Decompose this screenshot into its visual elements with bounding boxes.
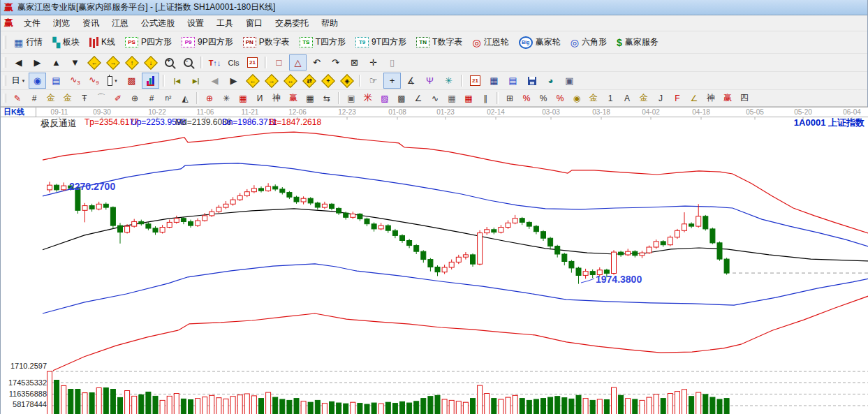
circle-line-button[interactable]: ⊕ [127,91,142,105]
fib-tool-button[interactable]: Ψ [421,73,439,89]
span-arrows-button[interactable]: ⇆ [319,91,334,105]
menu-settings[interactable]: 设置 [181,15,210,31]
tool-sectors[interactable]: ▚板块 [47,34,84,50]
j-angle-button[interactable]: J [653,91,668,105]
crosshair-button[interactable]: + [383,73,401,89]
tool-quotes[interactable]: ▦行情 [9,34,47,50]
tool-9t-square[interactable]: T99T四方形 [351,34,411,50]
parallel-button[interactable]: ∥ [478,91,493,105]
flower-tool-button[interactable]: ✳ [440,73,457,89]
n-square-button[interactable]: n² [161,91,176,105]
gann-hash-1-button[interactable]: # [27,91,42,105]
volume-hist-button[interactable] [142,73,159,89]
menu-window[interactable]: 窗口 [240,15,269,31]
box-dark-button[interactable]: ▩ [394,91,409,105]
gann-hash-2-button[interactable]: # [144,91,159,105]
wave-9-button[interactable]: ∿9 [85,73,103,89]
pct-red-1-button[interactable]: % [519,91,534,105]
web-tool-button[interactable]: ◕ [542,73,559,89]
delete-tool-button[interactable]: ▯ [383,54,401,71]
diamond-swap-button[interactable]: ⇄ [300,73,318,89]
gann-ball-button[interactable]: ◉ [29,73,46,89]
angle-gold-button[interactable]: ∠ [686,91,702,105]
tool-gann-wheel[interactable]: ◎江恩轮 [467,34,513,50]
last-bar-button[interactable]: ▶| [187,73,205,89]
fan-red-button[interactable]: 米 [360,91,376,105]
a-angle-button[interactable]: A [619,91,635,105]
diamond-lr-button[interactable]: ↔ [281,73,299,89]
zigzag-button[interactable]: ∿ [427,91,443,105]
calendar-button[interactable]: 21 [244,54,261,71]
tri-line-button[interactable]: ◭ [177,91,193,105]
menu-tools[interactable]: 工具 [210,15,240,31]
menu-help[interactable]: 帮助 [315,15,344,31]
diamond-left-button[interactable]: ← [244,73,261,89]
clear-box-button[interactable]: ⊠ [346,54,363,71]
f-angle-button[interactable]: F [670,91,685,105]
diamond-right-button[interactable]: → [263,73,280,89]
zoom-in-button[interactable]: + [161,54,178,71]
calculator-button[interactable]: ▦ [485,73,503,89]
ratio-bars-button[interactable]: ⊞ [502,91,517,105]
rotate-cw-button[interactable]: ↷ [327,54,344,71]
grid-123-button[interactable]: ▦ [302,91,318,105]
period-tab[interactable]: 日K线 [1,108,36,117]
prev-bar-button[interactable]: ◀ [206,73,223,89]
diamond-left-button[interactable]: ← [85,54,103,71]
notepad-button[interactable]: ▤ [504,73,522,89]
diamond-up-button[interactable]: ↑ [123,54,140,71]
shen-angle-button[interactable]: 神 [703,91,719,105]
circle-cross-red-button[interactable]: ⊕ [202,91,217,105]
zoom-out-button[interactable]: - [179,54,197,71]
tool-p-square[interactable]: PSP四方形 [120,34,177,50]
tool-winner-wheel[interactable]: Big赢家轮 [514,34,566,51]
trend-ii-button[interactable]: И [252,91,267,105]
rotate-ccw-button[interactable]: ↶ [308,54,325,71]
save-button[interactable] [523,73,540,89]
grid-a-button[interactable]: ▦ [444,91,459,105]
rect-tool-button[interactable]: □ [270,54,288,71]
tool-p-table[interactable]: PNP数字表 [238,34,295,50]
cls-button[interactable]: Cls [225,54,242,71]
hand-tool-button[interactable]: ☞ [365,73,382,89]
frame-tool-button[interactable]: ▣ [344,91,359,105]
ying-angle-button[interactable]: 赢 [720,91,735,105]
kline-chart-canvas[interactable]: 2270.27001974.3800 [1,108,868,414]
pattern-tool-button[interactable]: ▩ [123,73,140,89]
next-bar-button[interactable]: ▶ [225,73,242,89]
scroll-left-button[interactable]: ◀ [10,54,27,71]
calendar-button[interactable]: 21 [466,73,484,89]
tool-winner-service[interactable]: $赢家服务 [612,34,663,50]
diamond-plus-button[interactable]: + [319,73,337,89]
pen-1-button[interactable]: 1 [603,91,618,105]
menu-gann[interactable]: 江恩 [105,15,135,31]
menu-file[interactable]: 文件 [17,15,47,31]
print-tool-button[interactable]: ▣ [561,73,578,89]
grid-b-button[interactable]: ▦ [461,91,476,105]
brush-red-button[interactable]: ✎ [10,91,25,105]
box-purple-button[interactable]: ▨ [377,91,392,105]
tool-hexagon[interactable]: ◎六角形 [566,34,612,50]
arc-tool-button[interactable]: ⌒ [94,91,109,105]
chart-area[interactable]: 2270.27001974.3800 日K线 极反通道 Tp=2354.6177… [1,107,868,414]
tool-9p-square[interactable]: P99P四方形 [177,34,238,50]
first-bar-button[interactable]: |◀ [168,73,186,89]
diamond-right-button[interactable]: → [104,54,122,71]
info-doc-button[interactable]: ▤ [47,73,65,89]
gold-lines-button[interactable]: 金 [586,91,601,105]
grid-red-button[interactable]: ▦ [235,91,251,105]
diamond-star-button[interactable]: ◈ [338,73,355,89]
pct-plain-button[interactable]: % [536,91,551,105]
gold-angle-1-button[interactable]: 金 [636,91,652,105]
gold-circle-button[interactable]: ◉ [569,91,584,105]
si-angle-button[interactable]: 四 [737,91,752,105]
shen-line-button[interactable]: 神 [269,91,284,105]
shift-down-button[interactable]: ▼ [66,54,84,71]
menu-trade[interactable]: 交易委托 [269,15,315,31]
gold-line-1-button[interactable]: 金 [43,91,59,105]
triangle-tool-button[interactable]: △ [289,54,307,71]
pct-red-2-button[interactable]: % [552,91,568,105]
period-day-button[interactable]: 日▼ [10,73,27,89]
scroll-right-button[interactable]: ▶ [29,54,46,71]
star-grid-button[interactable]: ✳ [219,91,234,105]
